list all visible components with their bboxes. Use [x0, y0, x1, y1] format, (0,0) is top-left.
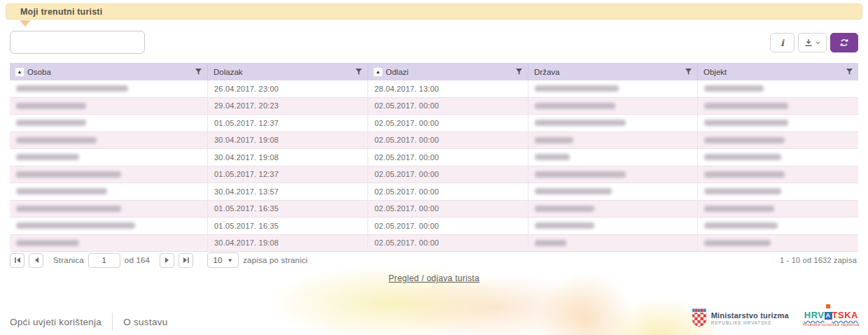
page-size-select[interactable]: 10 ▼ [207, 252, 239, 268]
column-label: Osoba [27, 68, 51, 76]
cell-drzava [528, 218, 698, 234]
redacted-text [16, 137, 97, 143]
redacted-text [704, 85, 764, 92]
filter-icon[interactable] [516, 69, 522, 76]
cell-dolazak: 29.04.2017. 20:23 [208, 98, 368, 115]
cell-drzava [528, 166, 698, 183]
ministry-subtitle: REPUBLIKE HRVATSKE [711, 320, 789, 325]
redacted-text [704, 120, 788, 126]
cell-dolazak: 26.04.2017. 23:00 [208, 80, 368, 97]
info-icon: i [780, 38, 784, 48]
table-row[interactable]: 01.05.2017. 16:3502.05.2017. 00:00 [10, 201, 858, 218]
redacted-text [16, 103, 86, 109]
cell-objekt [698, 235, 858, 252]
column-header-objekt[interactable]: Objekt [698, 63, 858, 80]
table-row[interactable]: 30.04.2017. 13:5702.05.2017. 00:00 [10, 183, 858, 201]
table-row[interactable]: 26.04.2017. 23:0028.04.2017. 13:00 [10, 80, 858, 98]
search-input[interactable] [10, 31, 145, 54]
sort-asc-icon: ▲ [15, 68, 24, 76]
redacted-text [704, 206, 774, 212]
page-number-input[interactable] [88, 253, 120, 268]
redacted-text [704, 188, 781, 194]
cell-osoba [10, 183, 208, 200]
redacted-text [535, 103, 615, 109]
caret-down-icon: ▼ [227, 257, 233, 264]
footer-logos: Ministarstvo turizma REPUBLIKE HRVATSKE … [692, 308, 860, 327]
cell-dolazak: 30.04.2017. 19:08 [208, 149, 368, 166]
cell-odlazi: 02.05.2017. 00:00 [368, 235, 528, 252]
page-size-value: 10 [214, 256, 223, 264]
footer-separator [112, 313, 113, 331]
last-page-button[interactable] [178, 253, 193, 268]
cell-objekt [698, 80, 858, 97]
cell-drzava [528, 235, 698, 252]
sort-asc-icon: ▲ [374, 68, 382, 76]
cell-drzava [528, 80, 698, 97]
active-tab-bar[interactable]: Moji trenutni turisti [6, 3, 862, 20]
redacted-text [16, 188, 107, 194]
about-link[interactable]: O sustavu [123, 317, 167, 327]
table-row[interactable]: 30.04.2017. 19:0802.05.2017. 00:00 [10, 149, 858, 166]
skip-to-first-icon [14, 257, 21, 264]
cell-objekt [698, 183, 858, 200]
toolbar: i [770, 33, 858, 52]
column-header-osoba[interactable]: ▲ Osoba [10, 63, 208, 80]
cell-objekt [698, 149, 858, 166]
filter-icon[interactable] [356, 69, 362, 76]
table-header-row: ▲ Osoba Dolazak ▲ Odlazi Država Objekt [10, 63, 858, 80]
croatian-coat-of-arms-icon [692, 308, 707, 327]
review-checkout-link[interactable]: Pregled / odjava turista [388, 273, 479, 283]
orange-square-icon [826, 304, 830, 308]
export-button[interactable] [798, 33, 827, 52]
refresh-icon [839, 38, 849, 48]
refresh-button[interactable] [830, 33, 858, 52]
page-total-label: od 164 [125, 256, 150, 264]
table-row[interactable]: 30.04.2017. 19:0802.05.2017. 00:00 [10, 235, 858, 252]
filter-icon[interactable] [195, 69, 202, 76]
cell-drzava [528, 183, 698, 200]
cell-drzava [528, 98, 698, 115]
cell-odlazi: 02.05.2017. 00:00 [368, 166, 528, 183]
redacted-text [535, 222, 594, 229]
column-header-drzava[interactable]: Država [528, 63, 698, 80]
next-arrow-icon [164, 257, 171, 264]
column-header-dolazak[interactable]: Dolazak [208, 63, 368, 80]
redacted-text [535, 85, 619, 92]
table-row[interactable]: 30.04.2017. 19:0802.05.2017. 00:00 [10, 132, 858, 150]
chevron-down-icon [816, 41, 820, 45]
table-row[interactable]: 01.05.2017. 12:3702.05.2017. 00:00 [10, 166, 858, 184]
records-summary: 1 - 10 od 1632 zapisa [780, 256, 857, 264]
pagination-bar: Stranica od 164 10 ▼ zapisa po stranici [10, 252, 308, 268]
info-button[interactable]: i [770, 33, 794, 52]
column-header-odlazi[interactable]: ▲ Odlazi [368, 63, 528, 80]
tourists-table: ▲ Osoba Dolazak ▲ Odlazi Država Objekt 2… [10, 63, 858, 252]
column-label: Država [534, 68, 559, 76]
table-row[interactable]: 29.04.2017. 20:2302.05.2017. 00:00 [10, 98, 858, 115]
cell-osoba [10, 115, 208, 131]
redacted-text [535, 120, 626, 126]
next-page-button[interactable] [160, 253, 174, 268]
download-icon [804, 38, 813, 47]
cell-dolazak: 01.05.2017. 12:37 [208, 166, 368, 183]
redacted-text [16, 206, 121, 212]
prev-page-button[interactable] [29, 253, 43, 268]
redacted-text [704, 103, 788, 109]
redacted-text [704, 137, 785, 143]
redacted-text [16, 171, 121, 178]
table-row[interactable]: 01.05.2017. 12:3702.05.2017. 00:00 [10, 115, 858, 132]
filter-icon[interactable] [846, 69, 853, 76]
terms-link[interactable]: Opći uvjeti korištenja [10, 317, 102, 327]
redacted-text [535, 137, 573, 143]
redacted-text [535, 171, 626, 178]
filter-icon[interactable] [685, 69, 692, 76]
htz-wordmark: HRVATSKA [803, 310, 860, 320]
previous-arrow-icon [33, 257, 40, 264]
page-label: Stranica [53, 256, 84, 264]
cell-drzava [528, 149, 698, 166]
cell-odlazi: 02.05.2017. 00:00 [368, 149, 528, 166]
first-page-button[interactable] [10, 253, 24, 268]
redacted-text [535, 206, 594, 212]
table-row[interactable]: 01.05.2017. 16:3502.05.2017. 00:00 [10, 218, 858, 235]
cell-osoba [10, 132, 208, 149]
ministry-of-tourism-logo: Ministarstvo turizma REPUBLIKE HRVATSKE [692, 308, 789, 327]
